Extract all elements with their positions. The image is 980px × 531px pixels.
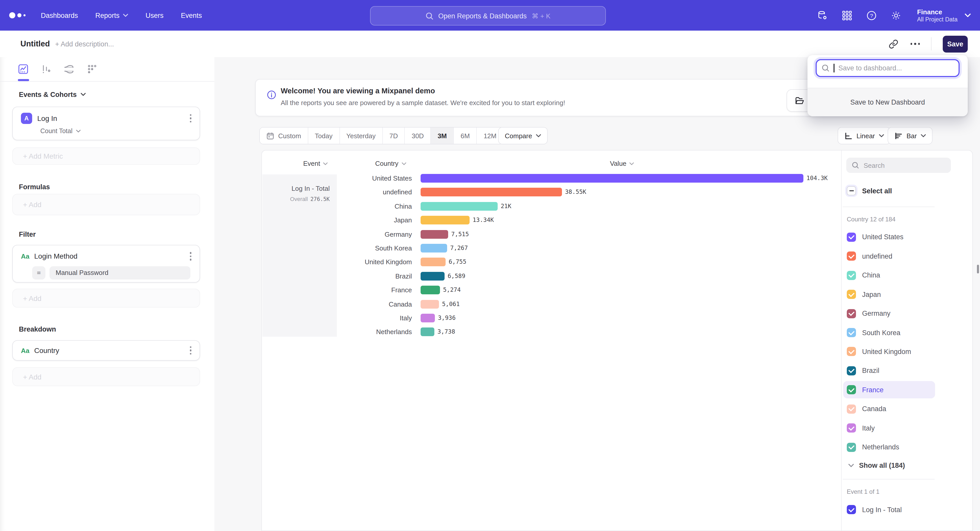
bar-segment[interactable] (421, 174, 803, 182)
breakdown-item-china[interactable]: China (843, 266, 935, 284)
metric-name[interactable]: Log In (37, 114, 57, 122)
page-title[interactable]: Untitled (21, 39, 50, 48)
checkbox-checked[interactable] (847, 309, 856, 318)
breakdown-card[interactable]: Aa Country (12, 340, 200, 361)
range-7d[interactable]: 7D (383, 127, 405, 144)
breakdown-item-united-states[interactable]: United States (843, 228, 935, 246)
nav-events[interactable]: Events (181, 11, 202, 19)
checkbox-checked[interactable] (847, 505, 856, 514)
kebab-menu-icon[interactable] (189, 251, 192, 262)
scrollbar-thumb[interactable] (977, 265, 979, 273)
breakdown-item-netherlands[interactable]: Netherlands (843, 439, 935, 456)
bar-segment[interactable] (421, 216, 469, 224)
add-metric-button[interactable]: + Add Metric (12, 147, 200, 165)
checkbox-checked[interactable] (847, 328, 856, 337)
column-header-country[interactable]: Country (375, 160, 406, 167)
save-dashboard-search-input[interactable]: Save to dashboard... (816, 59, 959, 77)
bar-segment[interactable] (421, 328, 434, 336)
checkbox-checked[interactable] (847, 404, 856, 414)
column-header-value[interactable]: Value (610, 160, 634, 167)
more-button[interactable] (910, 43, 920, 45)
show-all-button[interactable]: Show all (184) (842, 457, 944, 474)
insights-tab-icon[interactable] (16, 62, 30, 77)
breakdown-item-italy[interactable]: Italy (843, 420, 935, 437)
apps-grid-icon[interactable] (842, 10, 853, 21)
chevron-down-icon (630, 162, 634, 165)
checkbox-indeterminate[interactable] (847, 186, 856, 195)
breakdown-item-canada[interactable]: Canada (843, 400, 935, 418)
mixpanel-logo[interactable] (9, 12, 30, 18)
breakdown-item-japan[interactable]: Japan (843, 286, 935, 303)
project-switcher[interactable]: Finance All Project Data (917, 8, 971, 23)
breakdown-item-united-kingdom[interactable]: United Kingdom (843, 343, 935, 360)
range-custom[interactable]: Custom (260, 127, 308, 144)
checkbox-checked[interactable] (847, 290, 856, 299)
range-6m[interactable]: 6M (454, 127, 477, 144)
range-yesterday[interactable]: Yesterday (340, 127, 383, 144)
bar-segment[interactable] (421, 188, 562, 197)
copy-link-button[interactable] (888, 38, 899, 49)
compare-button[interactable]: Compare (498, 127, 548, 144)
scale-selector-button[interactable]: Linear (838, 127, 891, 144)
settings-gear-icon[interactable] (891, 10, 902, 21)
breakdown-item-brazil[interactable]: Brazil (843, 362, 935, 379)
filter-value[interactable]: Manual Password (49, 266, 190, 279)
breakdown-item-south-korea[interactable]: South Korea (843, 324, 935, 341)
bar-segment[interactable] (421, 244, 447, 252)
breakdown-item-undefined[interactable]: undefined (843, 247, 935, 265)
help-icon[interactable]: ? (866, 10, 877, 21)
events-cohorts-header[interactable]: Events & Cohorts (19, 90, 86, 99)
panel-search-placeholder: Search (864, 162, 885, 169)
checkbox-checked[interactable] (847, 232, 856, 241)
add-filter-button[interactable]: + Add (12, 289, 200, 308)
column-header-event[interactable]: Event (303, 160, 328, 167)
nav-right: ? Finance All Project Data (817, 0, 971, 31)
bar-segment[interactable] (421, 272, 445, 281)
filter-operator[interactable]: = (32, 266, 45, 279)
breakdown-property-name[interactable]: Country (34, 346, 59, 355)
global-search-button[interactable]: Open Reports & Dashboards ⌘ + K (370, 6, 606, 25)
add-formula-button[interactable]: + Add (12, 194, 200, 215)
panel-search-input[interactable]: Search (846, 158, 951, 173)
add-description-placeholder[interactable]: + Add description... (55, 40, 114, 48)
bar-segment[interactable] (421, 230, 448, 238)
select-all-row[interactable]: Select all (847, 186, 892, 195)
data-settings-icon[interactable] (817, 10, 828, 21)
add-breakdown-button[interactable]: + Add (12, 367, 200, 386)
breakdown-item-log-in-total[interactable]: Log In - Total (843, 501, 935, 518)
checkbox-checked[interactable] (847, 424, 856, 433)
event-group-label: Event 1 of 1 (847, 488, 880, 495)
save-button[interactable]: Save (943, 35, 968, 52)
bar-segment[interactable] (421, 202, 498, 211)
bar-segment[interactable] (421, 314, 435, 322)
filter-card[interactable]: Aa Login Method = Manual Password (12, 245, 200, 282)
save-to-new-dashboard-option[interactable]: Save to New Dashboard (808, 88, 968, 116)
nav-reports[interactable]: Reports (95, 11, 128, 19)
checkbox-checked[interactable] (847, 366, 856, 376)
checkbox-checked[interactable] (847, 347, 856, 356)
checkbox-checked[interactable] (847, 271, 856, 280)
funnels-tab-icon[interactable] (39, 62, 53, 77)
breakdown-item-germany[interactable]: Germany (843, 305, 935, 322)
checkbox-checked[interactable] (847, 443, 856, 452)
chart-type-button[interactable]: Bar (888, 127, 932, 144)
chart-row-japan: Japan13.34K (262, 213, 841, 227)
flows-tab-icon[interactable] (62, 62, 76, 77)
bar-value-label: 6,589 (448, 269, 465, 283)
filter-property-name[interactable]: Login Method (34, 252, 78, 260)
bar-category-label: Canada (262, 297, 412, 311)
kebab-menu-icon[interactable] (189, 113, 192, 124)
range-3m[interactable]: 3M (431, 127, 454, 144)
retention-tab-icon[interactable] (85, 62, 99, 77)
checkbox-checked[interactable] (847, 385, 856, 395)
bar-segment[interactable] (421, 286, 440, 294)
bar-segment[interactable] (421, 300, 439, 308)
range-30d[interactable]: 30D (405, 127, 431, 144)
checkbox-checked[interactable] (847, 252, 856, 261)
nav-users[interactable]: Users (145, 11, 164, 19)
breakdown-item-france[interactable]: France (843, 381, 935, 399)
nav-dashboards[interactable]: Dashboards (41, 11, 78, 19)
range-today[interactable]: Today (308, 127, 340, 144)
kebab-menu-icon[interactable] (189, 346, 192, 356)
bar-segment[interactable] (421, 258, 445, 266)
